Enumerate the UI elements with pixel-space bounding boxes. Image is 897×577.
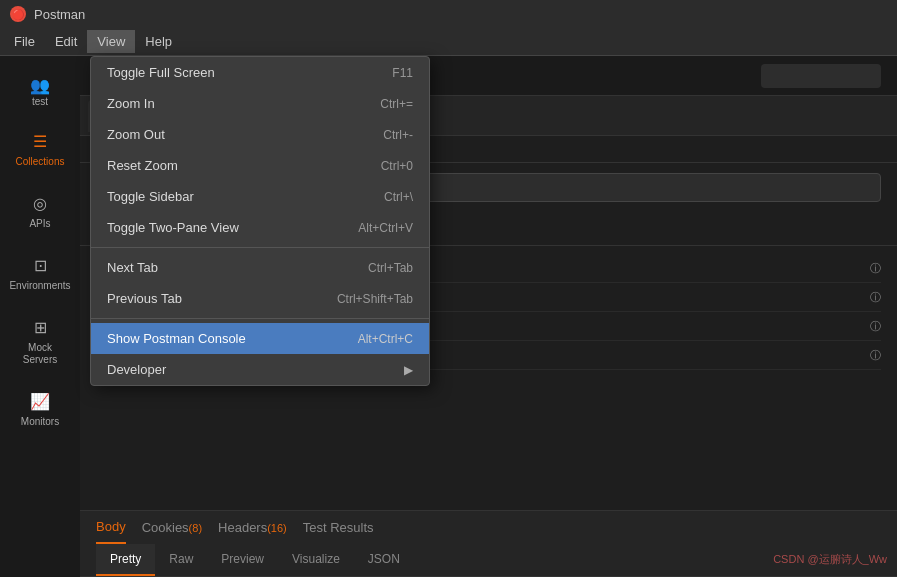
user-icon: 👥 — [29, 74, 51, 96]
response-tab-preview[interactable]: Preview — [207, 544, 278, 576]
menu-show-postman-console[interactable]: Show Postman Console Alt+Ctrl+C — [91, 323, 429, 354]
menu-divider-1 — [91, 247, 429, 248]
menu-item-label: Zoom Out — [107, 127, 165, 142]
menu-file[interactable]: File — [4, 30, 45, 53]
collections-icon: ☰ — [29, 130, 51, 152]
menu-item-label: Developer — [107, 362, 166, 377]
bottom-tab-cookies[interactable]: Cookies(8) — [142, 512, 202, 543]
menu-toggle-sidebar[interactable]: Toggle Sidebar Ctrl+\ — [91, 181, 429, 212]
response-tab-json[interactable]: JSON — [354, 544, 414, 576]
menu-item-label: Previous Tab — [107, 291, 182, 306]
menu-toggle-fullscreen[interactable]: Toggle Full Screen F11 — [91, 57, 429, 88]
menu-item-shortcut: Ctrl+- — [383, 128, 413, 142]
header-info-icon-accept-encoding: ⓘ — [870, 319, 881, 334]
response-tab-pretty[interactable]: Pretty — [96, 544, 155, 576]
menu-developer[interactable]: Developer ▶ — [91, 354, 429, 385]
menu-item-label: Reset Zoom — [107, 158, 178, 173]
menu-item-shortcut: Ctrl+\ — [384, 190, 413, 204]
sidebar-item-mock-servers[interactable]: ⊞ Mock Servers — [10, 306, 70, 376]
sidebar-item-apis-label: APIs — [29, 218, 50, 230]
menu-item-shortcut: Ctrl+Tab — [368, 261, 413, 275]
menu-zoom-out[interactable]: Zoom Out Ctrl+- — [91, 119, 429, 150]
menu-item-shortcut: Alt+Ctrl+C — [358, 332, 413, 346]
response-tab-raw[interactable]: Raw — [155, 544, 207, 576]
menu-help[interactable]: Help — [135, 30, 182, 53]
bottom-tab-test-results[interactable]: Test Results — [303, 512, 374, 543]
sidebar-item-environments[interactable]: ⊡ Environments — [10, 244, 70, 302]
sidebar: 👥 test ☰ Collections ◎ APIs ⊡ Environmen… — [0, 56, 80, 577]
response-tab-visualize[interactable]: Visualize — [278, 544, 354, 576]
submenu-arrow-icon: ▶ — [404, 363, 413, 377]
menu-item-label: Zoom In — [107, 96, 155, 111]
menu-item-label: Toggle Full Screen — [107, 65, 215, 80]
watermark: CSDN @运腑诗人_Ww — [773, 552, 887, 567]
sidebar-user-label: test — [32, 96, 48, 108]
header-info-icon-useragent: ⓘ — [870, 261, 881, 276]
header-info-icon-accept: ⓘ — [870, 290, 881, 305]
sidebar-item-collections[interactable]: ☰ Collections — [10, 120, 70, 178]
sidebar-user[interactable]: 👥 test — [10, 66, 70, 116]
menu-item-shortcut: F11 — [392, 66, 413, 80]
sidebar-item-collections-label: Collections — [16, 156, 65, 168]
mock-servers-icon: ⊞ — [29, 316, 51, 338]
headers-badge: (16) — [267, 522, 287, 534]
menu-item-label: Show Postman Console — [107, 331, 246, 346]
apis-icon: ◎ — [29, 192, 51, 214]
headers-label: Headers — [218, 520, 267, 535]
titlebar: 🔴 Postman — [0, 0, 897, 28]
menu-item-shortcut: Alt+Ctrl+V — [358, 221, 413, 235]
menu-toggle-two-pane[interactable]: Toggle Two-Pane View Alt+Ctrl+V — [91, 212, 429, 243]
menu-edit[interactable]: Edit — [45, 30, 87, 53]
app-title: Postman — [34, 7, 85, 22]
sidebar-item-environments-label: Environments — [9, 280, 70, 292]
bottom-tab-headers[interactable]: Headers(16) — [218, 512, 287, 543]
menu-reset-zoom[interactable]: Reset Zoom Ctrl+0 — [91, 150, 429, 181]
app-icon: 🔴 — [10, 6, 26, 22]
menu-item-shortcut: Ctrl+0 — [381, 159, 413, 173]
bottom-tab-body[interactable]: Body — [96, 511, 126, 544]
menu-item-label: Toggle Sidebar — [107, 189, 194, 204]
view-dropdown-menu: Toggle Full Screen F11 Zoom In Ctrl+= Zo… — [90, 56, 430, 386]
monitors-icon: 📈 — [29, 390, 51, 412]
environments-icon: ⊡ — [29, 254, 51, 276]
search-bar[interactable] — [761, 64, 881, 88]
menu-next-tab[interactable]: Next Tab Ctrl+Tab — [91, 252, 429, 283]
menu-item-label: Toggle Two-Pane View — [107, 220, 239, 235]
menu-item-label: Next Tab — [107, 260, 158, 275]
menu-zoom-in[interactable]: Zoom In Ctrl+= — [91, 88, 429, 119]
cookies-label: Cookies — [142, 520, 189, 535]
menu-item-shortcut: Ctrl+= — [380, 97, 413, 111]
menu-previous-tab[interactable]: Previous Tab Ctrl+Shift+Tab — [91, 283, 429, 314]
cookies-badge: (8) — [189, 522, 202, 534]
menu-divider-2 — [91, 318, 429, 319]
sidebar-item-apis[interactable]: ◎ APIs — [10, 182, 70, 240]
menu-view[interactable]: View — [87, 30, 135, 53]
menu-item-shortcut: Ctrl+Shift+Tab — [337, 292, 413, 306]
sidebar-item-monitors[interactable]: 📈 Monitors — [10, 380, 70, 438]
header-info-icon-connection: ⓘ — [870, 348, 881, 363]
sidebar-item-mock-servers-label: Mock Servers — [14, 342, 66, 366]
bottom-tabs-row: Body Cookies(8) Headers(16) Test Results — [80, 510, 897, 544]
sidebar-item-monitors-label: Monitors — [21, 416, 59, 428]
menubar: File Edit View Help — [0, 28, 897, 56]
